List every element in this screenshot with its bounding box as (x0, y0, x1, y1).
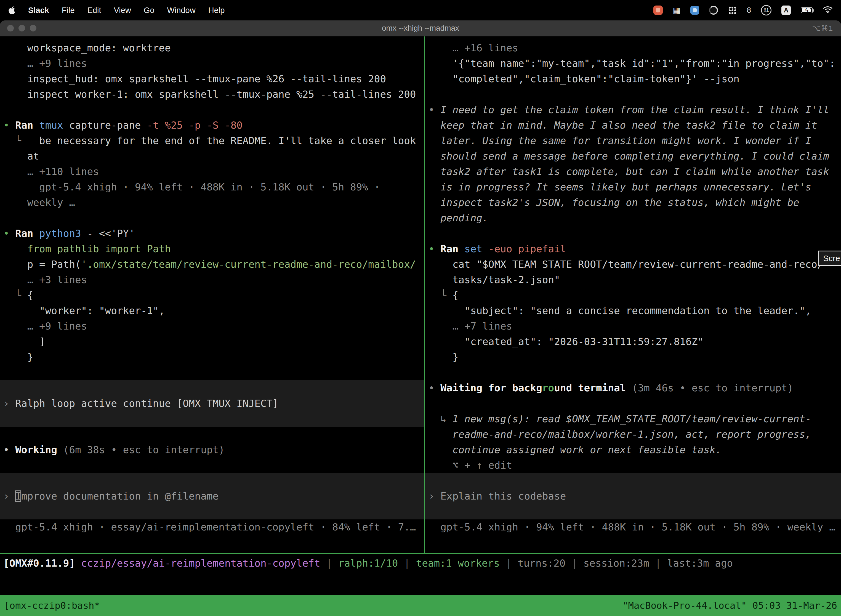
terminal-text-segment: └ (428, 289, 453, 301)
menu-help[interactable]: Help (208, 6, 225, 15)
terminal-line: inspect_hud: omx sparkshell --tmux-pane … (0, 71, 424, 87)
terminal-line: keep that in mind. Maybe I also need the… (425, 117, 841, 133)
app-launcher-dots-icon[interactable] (728, 6, 737, 15)
terminal-text-segment: gpt-5.4 xhigh · 94% left · 488K in · 5.1… (3, 181, 380, 193)
terminal-text-segment: tasks/task-2.json" (428, 274, 560, 285)
terminal-text-segment: Ran (440, 243, 464, 254)
menu-edit[interactable]: Edit (88, 6, 101, 15)
terminal-text-segment: Ran (15, 119, 39, 131)
terminal-line: cat "$OMX_TEAM_STATE_ROOT/team/review-cu… (425, 257, 841, 272)
terminal-text-segment: Ralph loop active continue [OMX_TMUX_INJ… (15, 398, 278, 409)
terminal-text-segment: • (3, 119, 15, 131)
wifi-icon[interactable] (823, 6, 833, 15)
terminal-text-segment: › (428, 490, 440, 502)
terminal-line (0, 210, 424, 226)
terminal-text-segment: › (3, 398, 15, 409)
terminal-line (425, 504, 841, 519)
menu-bar-left: Slack FileEditViewGoWindowHelp (8, 6, 224, 15)
terminal-line: … +7 lines (425, 318, 841, 334)
terminal-text-segment: } (428, 351, 458, 363)
terminal-line: gpt-5.4 xhigh · essay/ai-reimplementatio… (0, 519, 424, 535)
terminal-line (0, 427, 424, 442)
active-app-name[interactable]: Slack (28, 6, 49, 15)
terminal-text-segment: Ran (15, 228, 39, 239)
terminal-text-segment: } (3, 351, 33, 363)
terminal-text-segment: └ (3, 135, 39, 146)
gauge-icon[interactable]: 61 (761, 5, 771, 15)
terminal-text-segment: Waiting for backg (440, 382, 542, 393)
menu-bar: Slack FileEditViewGoWindowHelp ▦ 8 61 A … (0, 0, 841, 21)
terminal-line (425, 365, 841, 380)
terminal-line: gpt-5.4 xhigh · 94% left · 488K in · 5.1… (425, 519, 841, 535)
terminal-text-segment: keep that in mind. Maybe I also need the… (428, 119, 817, 131)
terminal-line: "worker": "worker-1", (0, 303, 424, 318)
terminal-line: • Ran python3 - <<'PY' (0, 226, 424, 241)
input-source-icon[interactable]: A (781, 6, 791, 15)
window-grid-icon[interactable]: ▦ (673, 6, 680, 14)
terminal-text-segment: last:3m ago (667, 557, 733, 569)
menu-window[interactable]: Window (167, 6, 196, 15)
terminal-text-segment: … +7 lines (428, 320, 512, 332)
terminal-text-segment: Explain this codebase (440, 490, 566, 502)
gauge-value: 61 (764, 7, 769, 13)
terminal-text-segment: - <<'PY' (87, 228, 135, 239)
terminal-text-segment: und terminal (554, 382, 632, 393)
apple-menu-icon[interactable] (8, 6, 15, 15)
terminal-line: p = Path('.omx/state/team/review-current… (0, 257, 424, 272)
terminal-text-segment: "completed","claim_token":"claim-token"}… (428, 73, 740, 84)
terminal-text-segment: from pathlib import Path (27, 243, 171, 254)
terminal-text-segment: [OMX#0.11.9] (3, 557, 81, 569)
counter-icon[interactable]: 8 (747, 6, 751, 15)
zoom-button[interactable] (30, 25, 37, 31)
terminal-text-segment: gpt-5.4 xhigh · essay/ai-reimplementatio… (3, 521, 416, 532)
terminal-text-segment: … +3 lines (3, 274, 87, 285)
terminal-line: at (0, 148, 424, 164)
terminal-window: omx --xhigh --madmax ⌥⌘1 workspace_mode:… (0, 21, 841, 616)
terminal-text-segment: '.omx/state/team/review-current-readme-a… (81, 259, 416, 270)
terminal-line: readme-and-reco/mailbox/worker-1.json, a… (425, 427, 841, 442)
window-title-bar: omx --xhigh --madmax ⌥⌘1 (0, 21, 841, 37)
terminal-line: ⌥ + ↑ edit (425, 458, 841, 473)
terminal-text-segment: | (649, 557, 667, 569)
screen-recording-indicator-icon[interactable] (653, 6, 663, 15)
terminal-text-segment: gpt-5.4 xhigh · 94% left · 488K in · 5.1… (428, 521, 835, 532)
terminal-text-segment: ↳ (428, 413, 453, 424)
terminal-text-segment: └ (3, 289, 27, 301)
tmux-pane-left[interactable]: workspace_mode: worktree … +9 lines insp… (0, 37, 424, 553)
close-button[interactable] (7, 25, 14, 31)
terminal-text-segment: task2 after task1 is complete, but can I… (428, 166, 829, 177)
terminal-text-segment: • (428, 382, 440, 393)
terminal-text-segment: workspace_mode: worktree (3, 42, 171, 54)
terminal-line: inspect_worker-1: omx sparkshell --tmux-… (0, 87, 424, 102)
terminal-text-segment: session:23m (583, 557, 649, 569)
menu-go[interactable]: Go (144, 6, 154, 15)
minimize-button[interactable] (19, 25, 25, 31)
terminal-line: "subject": "send a concise recommendatio… (425, 303, 841, 318)
tmux-pane-right[interactable]: … +16 lines '{"team_name":"my-team","tas… (425, 37, 841, 553)
terminal-line: "created_at": "2026-03-31T11:59:27.816Z" (425, 334, 841, 349)
terminal-text-segment: "created_at": "2026-03-31T11:59:27.816Z" (428, 336, 703, 347)
menu-view[interactable]: View (114, 6, 131, 15)
terminal-text-segment: "subject": "send a concise recommendatio… (428, 305, 811, 316)
terminal-line: workspace_mode: worktree (0, 40, 424, 56)
terminal-text-segment (3, 243, 27, 254)
terminal-content[interactable]: workspace_mode: worktree … +9 lines insp… (0, 37, 841, 553)
docker-icon[interactable] (690, 6, 699, 15)
terminal-line: ↳ 1 new msg(s): read $OMX_TEAM_STATE_ROO… (425, 411, 841, 427)
swirl-app-icon[interactable] (709, 6, 718, 15)
terminal-text-segment: cczip/essay/ai-reimplementation-copyleft (81, 557, 320, 569)
terminal-line: } (0, 349, 424, 365)
omx-hud-status-line: [OMX#0.11.9] cczip/essay/ai-reimplementa… (0, 554, 841, 595)
terminal-text-segment: ] (3, 336, 45, 347)
terminal-text-segment: › (3, 490, 15, 502)
terminal-text-segment: cat "$OMX_TEAM_STATE_ROOT/team/review-cu… (428, 259, 823, 270)
terminal-line: } (425, 349, 841, 365)
menu-file[interactable]: File (62, 6, 75, 15)
terminal-line: inspect task2's JSON, focusing on the st… (425, 195, 841, 210)
charging-bolt-icon: ϟ (801, 7, 812, 14)
terminal-text-segment: ⌥ + ↑ edit (428, 459, 512, 471)
terminal-line (425, 226, 841, 241)
battery-icon[interactable]: ϟ (801, 7, 813, 13)
terminal-text-segment: | (320, 557, 338, 569)
terminal-line: • Waiting for background terminal (3m 46… (425, 380, 841, 396)
